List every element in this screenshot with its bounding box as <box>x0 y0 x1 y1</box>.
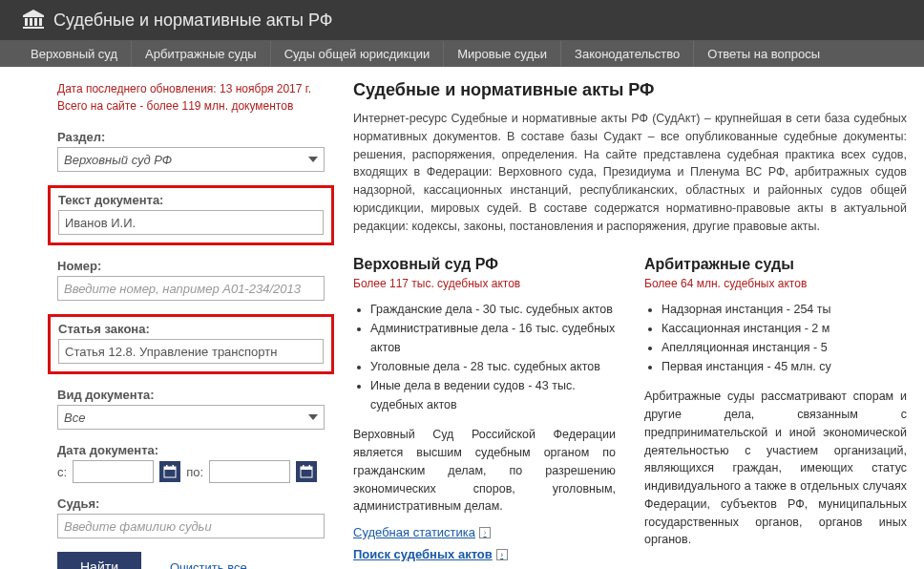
update-date: Дата последнего обновления: 13 ноября 20… <box>57 80 325 97</box>
section-group: Раздел: Верховный суд РФ <box>57 130 325 172</box>
update-count: Всего на сайте - более 119 млн. документ… <box>57 97 325 115</box>
header-title: Судебные и нормативные акты РФ <box>53 11 332 31</box>
col1-paragraph: Верховный Суд Российской Федерации являе… <box>353 426 616 516</box>
search-sidebar: Дата последнего обновления: 13 ноября 20… <box>57 80 325 569</box>
number-group: Номер: <box>57 259 325 301</box>
search-acts-link[interactable]: Поиск судебных актов› <box>353 547 508 561</box>
type-select[interactable]: Все <box>57 405 325 430</box>
col2-title: Арбитражные суды <box>644 256 907 273</box>
arrow-icon: › <box>479 527 491 538</box>
judge-label: Судья: <box>57 496 325 511</box>
main-content: Судебные и нормативные акты РФ Интернет-… <box>353 80 907 569</box>
judge-input[interactable] <box>57 514 325 538</box>
col-supreme: Верховный суд РФ Более 117 тыс. судебных… <box>353 256 616 569</box>
law-label: Статья закона: <box>58 322 324 336</box>
col2-paragraph: Арбитражные суды рассматривают спорам и … <box>644 388 907 549</box>
law-group: Статья закона: <box>48 314 334 374</box>
nav-general[interactable]: Суды общей юрисдикции <box>271 41 445 67</box>
date-label: Дата документа: <box>57 443 325 457</box>
col1-title: Верховный суд РФ <box>353 256 616 273</box>
col2-sub: Более 64 млн. судебных актов <box>644 277 907 290</box>
nav-legislation[interactable]: Законодательство <box>561 41 694 67</box>
nav-arbitration[interactable]: Арбитражные суды <box>132 41 271 67</box>
svg-rect-1 <box>164 467 176 470</box>
app-header: Судебные и нормативные акты РФ <box>0 0 924 40</box>
date-group: Дата документа: с: по: <box>57 443 325 483</box>
section-select[interactable]: Верховный суд РФ <box>57 147 325 172</box>
list-item: Гражданские дела - 30 тыс. судебных акто… <box>370 300 616 319</box>
svg-rect-7 <box>309 465 311 468</box>
list-item: Апелляционная инстанция - 5 <box>662 338 907 357</box>
date-to-input[interactable] <box>209 460 290 483</box>
main-nav: Верховный суд Арбитражные суды Суды обще… <box>0 40 924 67</box>
col1-list: Гражданские дела - 30 тыс. судебных акто… <box>353 300 616 414</box>
number-input[interactable] <box>57 276 325 301</box>
col1-sub: Более 117 тыс. судебных актов <box>353 277 616 290</box>
nav-faq[interactable]: Ответы на вопросы <box>694 41 833 67</box>
svg-rect-5 <box>301 467 312 470</box>
svg-rect-2 <box>166 465 168 468</box>
date-to-label: по: <box>186 465 203 479</box>
nav-magistrate[interactable]: Мировые судьи <box>444 41 561 67</box>
search-button[interactable]: Найти <box>57 552 141 569</box>
text-label: Текст документа: <box>58 193 324 207</box>
calendar-icon-from[interactable] <box>159 461 180 482</box>
text-input[interactable] <box>58 210 324 235</box>
type-label: Вид документа: <box>57 388 325 402</box>
law-input[interactable] <box>58 339 324 364</box>
bank-icon <box>23 10 44 32</box>
stats-link[interactable]: Судебная статистика› <box>353 525 491 539</box>
list-item: Административные дела - 16 тыс. судебных… <box>370 319 616 357</box>
svg-rect-6 <box>303 465 304 468</box>
clear-link[interactable]: Очистить все <box>170 560 247 570</box>
page-title: Судебные и нормативные акты РФ <box>353 80 907 100</box>
update-info: Дата последнего обновления: 13 ноября 20… <box>57 80 325 115</box>
list-item: Уголовные дела - 28 тыс. судебных актов <box>370 357 616 376</box>
svg-rect-3 <box>173 465 175 468</box>
list-item: Кассационная инстанция - 2 м <box>662 319 907 338</box>
nav-supreme[interactable]: Верховный суд <box>17 41 132 67</box>
col-arbitration: Арбитражные суды Более 64 млн. судебных … <box>644 256 907 569</box>
button-row: Найти Очистить все <box>57 552 325 569</box>
list-item: Первая инстанция - 45 млн. су <box>662 357 907 376</box>
section-label: Раздел: <box>57 130 325 144</box>
page-description: Интернет-ресурс Судебные и нормативные а… <box>353 110 907 235</box>
list-item: Иные дела в ведении судов - 43 тыс. суде… <box>370 376 616 414</box>
number-label: Номер: <box>57 259 325 273</box>
date-from-input[interactable] <box>73 460 154 483</box>
arrow-icon: › <box>496 549 508 560</box>
col2-list: Надзорная инстанция - 254 ты Кассационна… <box>644 300 907 376</box>
text-group: Текст документа: <box>48 185 334 245</box>
list-item: Надзорная инстанция - 254 ты <box>662 300 907 319</box>
judge-group: Судья: <box>57 496 325 538</box>
type-group: Вид документа: Все <box>57 388 325 430</box>
date-from-label: с: <box>57 465 67 479</box>
calendar-icon-to[interactable] <box>296 461 317 482</box>
